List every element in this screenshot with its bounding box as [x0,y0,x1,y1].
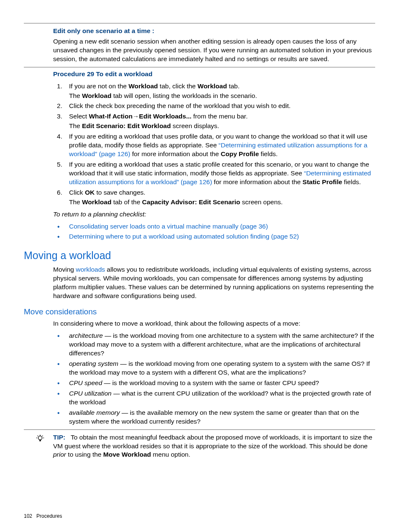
text: from the menu bar. [192,113,248,120]
return-links: Consolidating server loads onto a virtua… [53,222,375,242]
arrow-icon: → [133,113,139,120]
heading-considerations: Move considerations [24,306,375,317]
text: tab of the [111,198,142,206]
list-item: architecture — is the workload moving fr… [53,332,375,358]
term: architecture [69,332,103,339]
bold: Move Workload [103,451,151,458]
text: The [69,122,82,129]
tip-label: TIP: [53,434,65,441]
tip-body: TIP: To obtain the most meaningful feedb… [53,433,375,460]
bold: Edit Workloads... [139,113,191,120]
list-item: available memory — is the available memo… [53,409,375,426]
text: The [69,92,82,99]
step-3: 3. Select What-If Action→Edit Workloads.… [53,112,375,131]
text: to using the [66,451,103,458]
bold: Workload [82,92,111,99]
svg-point-0 [38,436,42,439]
tip: TIP: To obtain the most meaningful feedb… [24,433,375,460]
text: menu option. [151,451,190,458]
lightbulb-icon [24,433,53,446]
term: CPU utilization [69,390,112,397]
bold: What-If Action [89,113,132,120]
heading-moving: Moving a workload [24,249,375,263]
moving-paragraph: Moving workloads allows you to redistrib… [24,265,375,301]
list-item: Consolidating server loads onto a virtua… [53,222,375,231]
text: Click the check box preceding the name o… [69,102,291,109]
text: Moving [53,266,76,273]
step-5: 5. If you are editing a workload that us… [53,160,375,187]
text: screen opens. [240,198,283,206]
step-2: 2. Click the check box preceding the nam… [53,102,375,111]
step-number: 5. [53,160,62,169]
text: fields. [342,178,361,185]
text: Select [69,113,89,120]
text: screen displays. [171,122,219,129]
text: — is the workload moving from one archit… [69,332,374,357]
bold: Workload [197,82,227,90]
page: Edit only one scenario at a time : Openi… [0,0,399,532]
section-name: Procedures [36,513,62,519]
list-item: operating system — is the workload movin… [53,360,375,377]
step-number: 6. [53,188,62,197]
bold: Edit Scenario: Edit Workload [82,122,171,129]
step-1: 1. If you are not on the Workload tab, c… [53,82,375,100]
text: — is the workload moving to a system wit… [102,379,319,386]
italic: prior [53,451,66,458]
rule [24,67,375,67]
steps: 1. If you are not on the Workload tab, c… [53,82,375,207]
callout: Edit only one scenario at a time : Openi… [24,27,375,64]
link[interactable]: workloads [76,266,105,273]
procedure: Procedure 29 To edit a workload 1. If yo… [24,70,375,242]
page-number: 102 [24,513,32,519]
bold: Workload [82,198,111,206]
step-4: 4. If you are editing a workload that us… [53,132,375,159]
text: The [69,198,82,206]
step-number: 3. [53,112,62,121]
callout-body: Opening a new edit scenario session when… [53,37,375,64]
return-intro: To return to a planning checklist: [53,210,375,219]
bold: Capacity Advisor: Edit Scenario [142,198,240,206]
text: for more information about the [212,178,302,185]
footer: 102 Procedures [24,513,62,519]
list-item: Determining where to put a workload usin… [53,232,375,241]
term: CPU speed [69,379,102,386]
text: tab will open, listing the workloads in … [111,92,257,99]
rule [24,429,375,430]
procedure-title: Procedure 29 To edit a workload [53,70,375,79]
term: operating system [69,360,118,367]
list-item: CPU utilization — what is the current CP… [53,389,375,407]
rule [24,23,375,23]
link[interactable]: Consolidating server loads onto a virtua… [69,223,268,230]
considerations-body: In considering where to move a workload,… [24,319,375,426]
text: tab, click the [158,82,198,90]
term: available memory [69,409,120,416]
text: fields. [259,150,278,157]
callout-title: Edit only one scenario at a time : [53,27,375,36]
text: for more information about the [130,150,220,157]
text: tab. [227,82,240,90]
text: To obtain the most meaningful feedback a… [53,434,372,450]
bold: Copy Profile [221,150,259,157]
bold: Workload [128,82,158,90]
bold: Static Profile [302,178,342,185]
step-sub: The Edit Scenario: Edit Workload screen … [69,122,375,131]
text: — what is the current CPU utilization of… [69,390,371,406]
list-item: CPU speed — is the workload moving to a … [53,379,375,388]
step-6: 6. Click OK to save changes. The Workloa… [53,188,375,207]
text: to save changes. [95,189,146,196]
text: If you are not on the [69,82,128,90]
step-number: 1. [53,82,62,91]
step-number: 2. [53,102,62,111]
link[interactable]: Determining where to put a workload usin… [69,233,299,240]
bold: OK [85,189,95,196]
step-sub: The Workload tab of the Capacity Advisor… [69,198,375,207]
considerations-intro: In considering where to move a workload,… [53,319,375,328]
step-number: 4. [53,132,62,141]
step-sub: The Workload tab will open, listing the … [69,92,375,100]
considerations-list: architecture — is the workload moving fr… [53,332,375,426]
text: Click [69,189,85,196]
